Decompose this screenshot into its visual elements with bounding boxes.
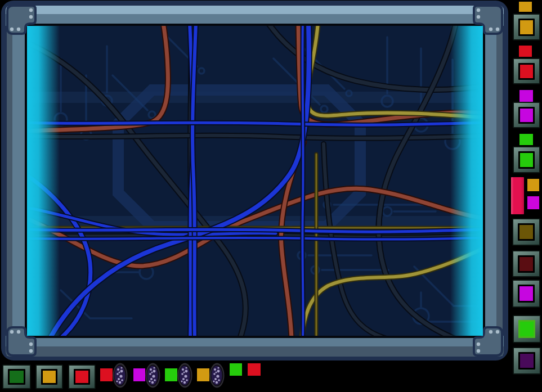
green-button[interactable]	[513, 146, 540, 173]
green-swatch	[518, 151, 535, 169]
magenta-button[interactable]	[512, 280, 540, 308]
gold-button[interactable]	[35, 364, 63, 389]
green-connector[interactable]	[519, 134, 533, 145]
game-root: { "title": "wire circuit puzzle screen",…	[0, 0, 542, 392]
gold-swatch	[518, 19, 535, 36]
rivet	[489, 28, 492, 31]
purple-swatch	[518, 352, 535, 370]
red-button[interactable]	[513, 58, 540, 84]
frame-bar-bottom	[6, 336, 504, 357]
magenta-swatch	[518, 285, 535, 303]
rivet	[10, 330, 14, 334]
screen-glow-left	[27, 26, 60, 336]
gem-icon[interactable]	[177, 363, 192, 388]
red-swatch	[518, 63, 535, 80]
red-swatch	[74, 369, 90, 385]
magenta-connector[interactable]	[527, 196, 539, 209]
rivet	[29, 8, 33, 12]
rivet	[29, 349, 33, 353]
dark-green-button[interactable]	[2, 364, 31, 389]
rivet	[17, 330, 20, 334]
rivet	[29, 15, 33, 19]
magenta-connector[interactable]	[519, 90, 533, 102]
red-button[interactable]	[68, 364, 96, 389]
rivet	[477, 349, 480, 353]
green-swatch	[518, 320, 535, 338]
olive-swatch	[518, 223, 535, 241]
green-connector[interactable]	[230, 363, 242, 376]
rivet	[17, 28, 20, 31]
red-connector[interactable]	[248, 363, 261, 376]
dark-red-button[interactable]	[512, 250, 540, 277]
red-connector[interactable]	[100, 368, 113, 381]
red-connector[interactable]	[519, 46, 532, 57]
gold-swatch	[41, 369, 57, 385]
purple-button[interactable]	[513, 347, 541, 375]
screen-glow-right	[450, 26, 483, 336]
dark-green-swatch	[8, 369, 25, 385]
rivet	[477, 8, 480, 12]
gem-icon[interactable]	[209, 363, 225, 388]
rivet	[496, 330, 499, 334]
gem-icon[interactable]	[113, 363, 128, 388]
rivet	[489, 330, 492, 334]
green-connector[interactable]	[165, 368, 177, 381]
wire-blue-thin-vertical[interactable]	[302, 26, 303, 336]
olive-button[interactable]	[512, 218, 540, 246]
pink-meter	[511, 177, 524, 214]
magenta-swatch	[518, 107, 535, 124]
circuit-board[interactable]	[27, 26, 483, 336]
rivet	[477, 343, 480, 346]
rivet	[10, 28, 14, 31]
dark-red-swatch	[518, 255, 535, 273]
gold-connector[interactable]	[527, 179, 539, 191]
rivet	[477, 15, 480, 19]
frame-bar-right	[483, 7, 503, 356]
rivet	[496, 28, 499, 31]
magenta-connector[interactable]	[133, 368, 145, 381]
frame-bar-left	[7, 7, 26, 356]
magenta-button[interactable]	[513, 102, 540, 128]
wire-blue-vertical-b[interactable]	[192, 26, 196, 336]
gold-connector[interactable]	[519, 2, 532, 12]
gem-icon[interactable]	[145, 363, 160, 388]
rivet	[29, 343, 33, 346]
frame-bar-top	[6, 6, 504, 26]
gold-connector[interactable]	[197, 368, 209, 381]
gold-button[interactable]	[513, 13, 540, 40]
green-button[interactable]	[513, 315, 541, 343]
